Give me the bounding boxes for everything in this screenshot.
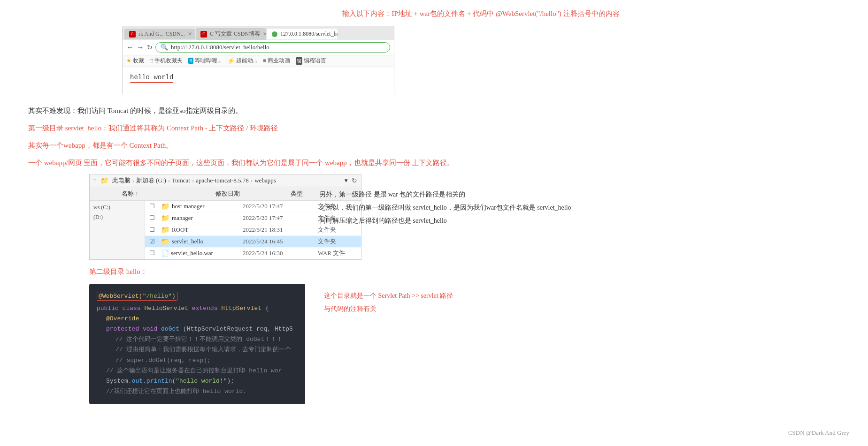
code-line-8: // 这个输出语句是让服务器在自己的控制台里打印 hello wor — [97, 366, 298, 376]
tab-close-1[interactable]: ✕ — [188, 31, 192, 37]
csdn-icon-2: C — [200, 31, 207, 38]
file-refresh[interactable]: ↻ — [352, 177, 357, 185]
folder-icon-servlet-hello: 📁 — [161, 237, 170, 246]
tab-label-3: 127.0.0.1:8080/servlet_hello... — [280, 30, 338, 38]
name-servlet-hello: 📁 servlet_hello — [159, 237, 239, 246]
nav-item-d[interactable]: (D:) — [92, 212, 143, 222]
code-line-3: @Override — [97, 314, 298, 324]
underline-decoration — [130, 82, 173, 83]
tab-label-2: C 写文章-CSDN博客 — [210, 30, 260, 38]
cn-helloservlet: HelloServlet — [144, 305, 192, 312]
back-button[interactable]: ← — [126, 43, 134, 52]
comment-8: // 这个输出语句是让服务器在自己的控制台里打印 hello wor — [106, 367, 282, 374]
annotation-text: @WebServlet( — [99, 293, 143, 300]
comment-6: // 理由很简单：我们需要根据每个输入请求，去专门定制的一个 — [115, 346, 291, 353]
col-name[interactable]: 名称 ↑ — [118, 189, 212, 199]
date-root: 2022/5/21 18:31 — [239, 226, 314, 234]
side-note-line2: 之所以，我们的第一级路径叫做 servlet_hello，是因为我们war包文件… — [319, 201, 648, 214]
col-type[interactable]: 类型 — [287, 189, 324, 199]
code-line-7: // super.doGet(req, resp); — [97, 355, 298, 366]
file-explorer-section: ↑ 📁 此电脑 › 新加卷 (G:) › Tomcat › apache-tom… — [28, 174, 840, 260]
annotation-close: ) — [172, 293, 176, 300]
active-tab-icon — [272, 31, 277, 37]
forward-button[interactable]: → — [137, 43, 144, 52]
sep2: › — [168, 177, 170, 184]
tab-label-1: rk And G...-CSDN... — [138, 30, 185, 38]
col-date[interactable]: 修改日期 — [212, 189, 287, 199]
para2-line3: 一个 webapp/网页 里面，它可能有很多不同的子页面，这些页面，我们都认为它… — [28, 157, 840, 169]
tab-close-2[interactable]: ✕ — [263, 31, 266, 37]
side-note-line1: 另外，第一级路径 是跟 war 包的文件路径是相关的 — [319, 188, 648, 201]
bookmark-super[interactable]: ⚡ 超能动... — [227, 57, 257, 65]
instruction-bar: 输入以下内容：IP地址 + war包的文件名 + 代码中 @WebServlet… — [28, 9, 840, 18]
breadcrumb: 此电脑 › 新加卷 (G:) › Tomcat › apache-tomcat-… — [112, 176, 276, 185]
folder-icon-path: 📁 — [100, 177, 108, 185]
para2-line1: 第一级目录 servlet_hello：我们通过将其称为 Context Pat… — [28, 122, 840, 135]
left-nav: ws (C:) (D:) — [90, 201, 145, 259]
breadcrumb-tomcat: Tomcat — [172, 177, 190, 184]
bookmark-commercial[interactable]: ■ 商业动画 — [263, 57, 290, 65]
kw-void: void — [143, 325, 161, 333]
kw-class: class — [123, 305, 145, 312]
annotation-path: "/hello" — [143, 293, 172, 300]
file-row-servlet-hello[interactable]: ☑ 📁 servlet_hello 2022/5/24 16:45 文件夹 — [145, 236, 361, 248]
comment-10: //我们还想让它在页面上也能打印 hello world. — [106, 388, 246, 395]
kw-public: public — [97, 305, 123, 312]
tab-csdn-2[interactable]: C C 写文章-CSDN博客 ✕ — [196, 28, 266, 40]
code-line-2: public class HelloServlet extends HttpSe… — [97, 303, 298, 314]
cn-httpservlet: HttpServlet — [221, 305, 265, 312]
folder-icon-manager: 📁 — [161, 214, 170, 222]
code-line-10: //我们还想让它在页面上也能打印 hello world. — [97, 386, 298, 397]
right-exp-line2: 与代码的注释有关 — [324, 302, 453, 316]
folder-icon-hostmanager: 📁 — [161, 202, 170, 211]
search-icon: 🔍 — [161, 44, 168, 51]
sysout-start: System. — [106, 378, 132, 385]
name-root: 📁 ROOT — [159, 226, 239, 234]
breadcrumb-apache: apache-tomcat-8.5.78 — [196, 177, 249, 184]
super-icon: ⚡ — [227, 57, 235, 65]
code-line-4: protected void doGet (HttpServletRequest… — [97, 324, 298, 334]
bookmark-coding[interactable]: 编 编程语言 — [296, 57, 326, 65]
browser-toolbar: ← → ↻ 🔍 http://127.0.0.1:8080/servlet_he… — [123, 40, 394, 55]
name-hostmanager: 📁 host manager — [159, 202, 239, 211]
code-line-1: @WebServlet("/hello") — [97, 291, 298, 302]
file-row-servlet-war[interactable]: ☐ 📄 servlet_hello.war 2022/5/24 16:30 WA… — [145, 248, 361, 259]
sysout-close: ); — [227, 378, 234, 385]
kw-protected: protected — [106, 325, 143, 333]
nav-item-ws[interactable]: ws (C:) — [92, 203, 143, 212]
browser-window: C rk And G...-CSDN... ✕ C C 写文章-CSDN博客 ✕… — [122, 26, 394, 95]
date-servlet-hello: 2022/5/24 16:45 — [239, 238, 314, 245]
check-root[interactable]: ☐ — [145, 226, 159, 234]
dropdown-icon[interactable]: ▾ — [345, 177, 348, 184]
sep1: › — [132, 177, 134, 184]
browser-content: hello world — [123, 67, 394, 95]
breadcrumb-this-pc: 此电脑 — [112, 176, 131, 185]
code-line-5: // 这个代码一定要干掉它！！不能调用父类的 doGet！！！ — [97, 334, 298, 345]
sep3: › — [192, 177, 194, 184]
file-nav-up[interactable]: ↑ — [93, 177, 97, 184]
right-exp-line1: 这个目录就是一个 Servlet Path >> servlet 路径 — [324, 289, 453, 302]
tab-active[interactable]: 127.0.0.1:8080/servlet_hello... ✕ — [267, 29, 338, 39]
coding-icon: 编 — [296, 57, 302, 65]
sysout-string: "hello world!" — [176, 378, 227, 385]
tab-csdn-1[interactable]: C rk And G...-CSDN... ✕ — [124, 29, 195, 39]
check-hostmanager[interactable]: ☐ — [145, 203, 159, 210]
bookmark-bilibili[interactable]: B 哔哩哔哩... — [188, 57, 222, 65]
star-icon: ★ — [126, 57, 131, 64]
date-manager: 2022/5/20 17:47 — [239, 214, 314, 222]
browser-tabs: C rk And G...-CSDN... ✕ C C 写文章-CSDN博客 ✕… — [123, 26, 394, 40]
kw-extends: extends — [192, 305, 221, 312]
right-explanation: 这个目录就是一个 Servlet Path >> servlet 路径 与代码的… — [324, 289, 453, 316]
bookmark-mobile[interactable]: □ 手机收藏夹 — [150, 57, 183, 65]
paragraph-1: 其实不难发现：我们访问 Tomcat 的时候，是徐亚so指定两级目录的。 — [28, 105, 840, 117]
url-bar[interactable]: 🔍 http://127.0.0.1:8080/servlet_hello/he… — [155, 42, 390, 53]
refresh-button[interactable]: ↻ — [147, 44, 153, 52]
override-annotation: @Override — [106, 315, 139, 322]
bookmark-star[interactable]: ★ 收藏 — [126, 57, 144, 65]
check-servlet-war[interactable]: ☐ — [145, 249, 159, 257]
folder-icon-root: 📁 — [161, 226, 170, 234]
check-servlet-hello[interactable]: ☑ — [145, 238, 159, 245]
section2-title: 第二级目录 hello： — [89, 267, 840, 276]
comment-7: // super.doGet(req, resp); — [115, 357, 211, 364]
check-manager[interactable]: ☐ — [145, 214, 159, 222]
